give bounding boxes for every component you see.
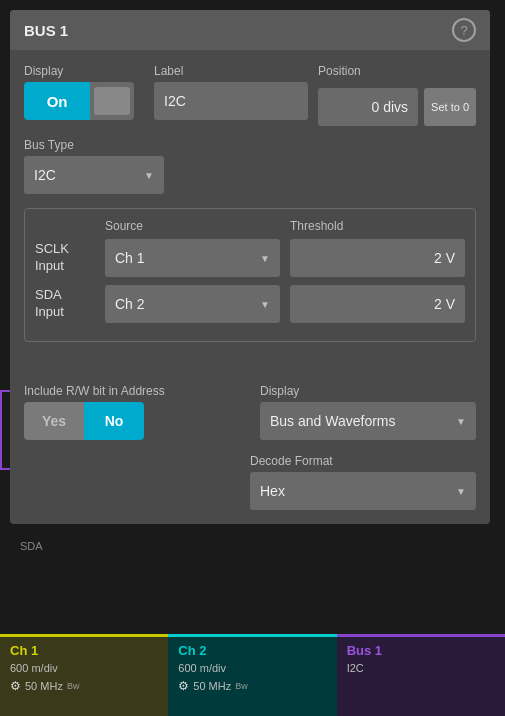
display-type-label: Display: [260, 384, 476, 398]
toggle-on-button[interactable]: On: [24, 82, 90, 120]
sclk-row: SCLK Input Ch 1 ▼ 2 V: [35, 239, 465, 277]
sda-threshold-value: 2 V: [290, 285, 465, 323]
ch1-freq: 50 MHz: [25, 680, 63, 692]
rw-section: Include R/W bit in Address Yes No: [24, 384, 240, 440]
ch1-div: 600 m/div: [10, 660, 158, 677]
display-type-dropdown[interactable]: Bus and Waveforms ▼: [260, 402, 476, 440]
bus1-title: Bus 1: [347, 643, 495, 658]
display-label-position-row: Display On Label Position 0 divs Set to …: [24, 64, 476, 126]
tab-bus1[interactable]: Bus 1 I2C: [337, 634, 505, 716]
bus1-protocol: I2C: [347, 660, 495, 677]
ch1-info-row: ⚙ 50 MHz Bw: [10, 679, 158, 693]
no-button[interactable]: No: [84, 402, 144, 440]
ch2-div: 600 m/div: [178, 660, 326, 677]
display-type-value: Bus and Waveforms: [270, 413, 396, 429]
label-section: Label: [154, 64, 308, 120]
sclk-source-container: Ch 1 ▼: [105, 239, 280, 277]
label-section-label: Label: [154, 64, 308, 78]
display-toggle[interactable]: On: [24, 82, 134, 120]
sda-source-value: Ch 2: [115, 296, 145, 312]
bus-type-value: I2C: [34, 167, 56, 183]
set-to-zero-button[interactable]: Set to 0: [424, 88, 476, 126]
position-section-label: Position: [318, 64, 361, 78]
bus-type-dropdown[interactable]: I2C ▼: [24, 156, 164, 194]
source-header: Source: [105, 219, 280, 233]
decode-format-row: Decode Format Hex ▼: [24, 454, 476, 510]
sda-source-dropdown[interactable]: Ch 2 ▼: [105, 285, 280, 323]
bus-type-row: Bus Type I2C ▼: [24, 138, 476, 194]
sclk-source-dropdown[interactable]: Ch 1 ▼: [105, 239, 280, 277]
help-button[interactable]: ?: [452, 18, 476, 42]
yes-button[interactable]: Yes: [24, 402, 84, 440]
ch1-knob-icon: ⚙: [10, 679, 21, 693]
sda-row: SDA Input Ch 2 ▼ 2 V: [35, 285, 465, 323]
display-section: Display On: [24, 64, 144, 120]
toggle-off-indicator[interactable]: [94, 87, 130, 115]
position-value: 0 divs: [318, 88, 418, 126]
decode-format-value: Hex: [260, 483, 285, 499]
display-section-label: Display: [24, 64, 144, 78]
sda-signal-label: SDA: [20, 540, 43, 552]
bus-type-label: Bus Type: [24, 138, 476, 152]
decode-format-label: Decode Format: [250, 454, 476, 468]
display-type-section: Display Bus and Waveforms ▼: [260, 384, 476, 440]
sclk-label: SCLK Input: [35, 241, 105, 275]
ch2-knob-icon: ⚙: [178, 679, 189, 693]
bus-panel: BUS 1 ? Display On Label Position 0 di: [10, 10, 490, 524]
position-section: Position 0 divs Set to 0: [318, 64, 476, 126]
sclk-threshold-value: 2 V: [290, 239, 465, 277]
sclk-threshold-container: 2 V: [290, 239, 465, 277]
panel-title: BUS 1: [24, 22, 68, 39]
sclk-source-arrow-icon: ▼: [260, 253, 270, 264]
channel-tabs: Ch 1 600 m/div ⚙ 50 MHz Bw Ch 2 600 m/di…: [0, 634, 505, 716]
sda-threshold-container: 2 V: [290, 285, 465, 323]
ch1-title: Ch 1: [10, 643, 158, 658]
ch2-bw-badge: Bw: [235, 681, 248, 691]
sda-source-arrow-icon: ▼: [260, 299, 270, 310]
ch2-info-row: ⚙ 50 MHz Bw: [178, 679, 326, 693]
tab-ch1[interactable]: Ch 1 600 m/div ⚙ 50 MHz Bw: [0, 634, 168, 716]
include-rw-label: Include R/W bit in Address: [24, 384, 240, 398]
bus-type-arrow-icon: ▼: [144, 170, 154, 181]
spacer: [24, 354, 476, 384]
sda-label: SDA Input: [35, 287, 105, 321]
rw-display-row: Include R/W bit in Address Yes No Displa…: [24, 384, 476, 440]
label-input[interactable]: [154, 82, 308, 120]
threshold-header: Threshold: [290, 219, 465, 233]
display-type-arrow-icon: ▼: [456, 416, 466, 427]
ch1-bw-badge: Bw: [67, 681, 80, 691]
decode-format-dropdown[interactable]: Hex ▼: [250, 472, 476, 510]
source-threshold-section: Source Threshold SCLK Input Ch 1 ▼ 2 V: [24, 208, 476, 342]
source-threshold-headers: Source Threshold: [35, 219, 465, 233]
panel-header: BUS 1 ?: [10, 10, 490, 50]
ch2-freq: 50 MHz: [193, 680, 231, 692]
panel-body: Display On Label Position 0 divs Set to …: [10, 50, 490, 524]
ch2-title: Ch 2: [178, 643, 326, 658]
sclk-source-value: Ch 1: [115, 250, 145, 266]
sda-source-container: Ch 2 ▼: [105, 285, 280, 323]
decode-format-arrow-icon: ▼: [456, 486, 466, 497]
decode-format-section: Decode Format Hex ▼: [250, 454, 476, 510]
tab-ch2[interactable]: Ch 2 600 m/div ⚙ 50 MHz Bw: [168, 634, 336, 716]
yes-no-toggle: Yes No: [24, 402, 144, 440]
